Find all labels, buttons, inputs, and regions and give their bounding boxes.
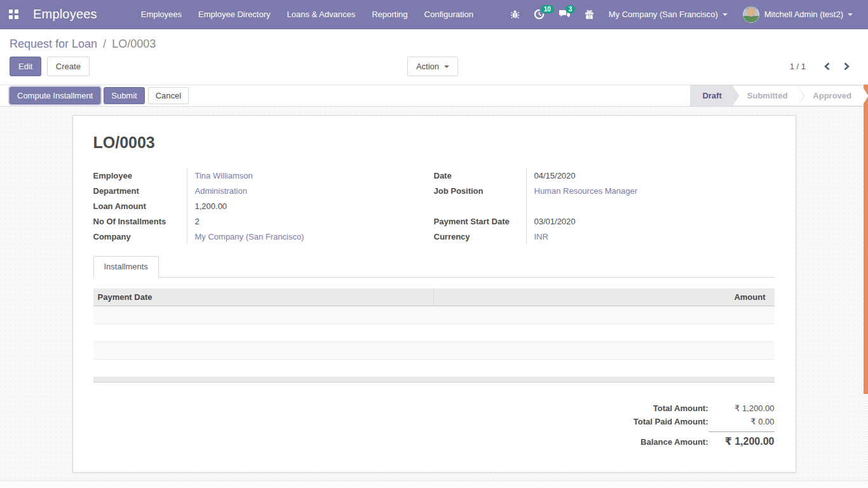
field-row-payment-start-date: Payment Start Date 03/01/2020 — [434, 214, 775, 229]
rewards-button[interactable] — [578, 0, 601, 29]
action-label: Action — [416, 62, 439, 71]
field-label: Currency — [434, 229, 527, 244]
user-menu[interactable]: Mitchell Admin (test2) — [735, 0, 860, 29]
field-group-left: Employee Tina Williamson Department Admi… — [93, 168, 434, 244]
table-row — [93, 360, 775, 377]
status-steps: Draft Submitted Approved — [690, 85, 862, 106]
field-row-date: Date 04/15/2020 — [434, 168, 775, 183]
edit-button[interactable]: Edit — [10, 57, 41, 76]
field-label: Payment Start Date — [434, 214, 527, 229]
field-label: Company — [93, 229, 187, 244]
form-sheet: LO/0003 Employee Tina Williamson Departm… — [72, 115, 796, 473]
field-value-job-position[interactable]: Human Resources Manager — [527, 183, 638, 198]
create-button[interactable]: Create — [47, 57, 90, 76]
total-paid-amount-row: Total Paid Amount: ₹ 0.00 — [634, 415, 775, 428]
field-label: Employee — [93, 168, 187, 183]
nav-item-employees[interactable]: Employees — [133, 0, 190, 29]
field-label: Department — [93, 183, 187, 198]
field-row-department: Department Administration — [93, 183, 434, 198]
navbar-right: 10 3 My Company (San Francisco) — [503, 0, 860, 29]
chevron-down-icon — [444, 65, 449, 68]
bug-icon — [510, 10, 520, 19]
content-area: LO/0003 Employee Tina Williamson Departm… — [0, 107, 868, 480]
field-label: Date — [434, 168, 527, 183]
field-row-empty — [434, 198, 775, 214]
button-row: Edit Create Action 1 / 1 — [10, 57, 858, 76]
avatar — [743, 6, 759, 23]
installments-list: Payment Date Amount — [93, 288, 775, 383]
status-step-submitted[interactable]: Submitted — [732, 85, 798, 106]
field-label: Job Position — [434, 183, 527, 198]
bottom-strip — [0, 480, 868, 488]
balance-amount-value: ₹ 1,200.00 — [709, 431, 775, 447]
pager-prev-button[interactable] — [817, 57, 837, 76]
table-row — [93, 324, 775, 342]
totals-section: Total Amount: ₹ 1,200.00 Total Paid Amou… — [93, 402, 775, 449]
company-switcher[interactable]: My Company (San Francisco) — [601, 0, 735, 29]
col-header-payment-date[interactable]: Payment Date — [93, 288, 434, 306]
field-row-installments-count: No Of Installments 2 — [93, 214, 434, 229]
field-row-job-position: Job Position Human Resources Manager — [434, 183, 775, 198]
field-row-loan-amount: Loan Amount 1,200.00 — [93, 198, 434, 214]
field-value-installments-count: 2 — [187, 214, 200, 229]
total-paid-amount-label: Total Paid Amount: — [634, 417, 709, 426]
field-value-payment-start-date: 03/01/2020 — [527, 214, 576, 229]
total-paid-amount-value: ₹ 0.00 — [709, 417, 775, 426]
installments-table: Payment Date Amount — [93, 288, 775, 383]
action-dropdown[interactable]: Action — [407, 57, 458, 76]
submit-button[interactable]: Submit — [104, 87, 144, 104]
control-panel: Request for Loan / LO/0003 Edit Create A… — [0, 29, 868, 85]
field-label: No Of Installments — [93, 214, 187, 229]
breadcrumb-current: LO/0003 — [112, 37, 156, 50]
breadcrumb-parent-link[interactable]: Request for Loan — [10, 37, 97, 50]
field-value-currency[interactable]: INR — [527, 229, 548, 244]
breadcrumb: Request for Loan / LO/0003 — [10, 29, 858, 51]
breadcrumb-separator: / — [100, 37, 109, 50]
pager-next-button[interactable] — [837, 57, 857, 76]
statusbar: Compute Installment Submit Cancel Draft … — [0, 85, 868, 107]
nav-item-employee-directory[interactable]: Employee Directory — [190, 0, 278, 29]
field-value-loan-amount: 1,200.00 — [187, 198, 227, 214]
activities-button[interactable]: 10 — [527, 0, 552, 29]
field-groups: Employee Tina Williamson Department Admi… — [93, 168, 775, 244]
col-header-amount[interactable]: Amount — [434, 288, 775, 306]
total-amount-row: Total Amount: ₹ 1,200.00 — [653, 402, 775, 415]
table-row — [93, 342, 775, 360]
chevron-down-icon — [848, 13, 853, 16]
pager-count: 1 / 1 — [790, 62, 806, 71]
field-value-department[interactable]: Administration — [187, 183, 247, 198]
table-row — [93, 306, 775, 324]
app-title: Employees — [33, 7, 97, 22]
field-value-company[interactable]: My Company (San Francisco) — [187, 229, 304, 244]
apps-grid-icon — [9, 10, 18, 19]
field-value-empty — [527, 198, 534, 214]
status-step-draft[interactable]: Draft — [690, 85, 731, 106]
chevron-right-icon — [844, 62, 850, 71]
notebook: Installments Payment Date Amount — [93, 256, 775, 449]
record-title: LO/0003 — [93, 133, 775, 152]
table-footer — [93, 377, 775, 383]
nav-item-reporting[interactable]: Reporting — [363, 0, 416, 29]
nav-item-loans-advances[interactable]: Loans & Advances — [279, 0, 364, 29]
pager: 1 / 1 — [790, 57, 857, 76]
field-label — [434, 198, 527, 214]
cancel-button[interactable]: Cancel — [148, 87, 189, 104]
field-value-date: 04/15/2020 — [527, 168, 576, 183]
field-row-currency: Currency INR — [434, 229, 775, 244]
chevron-down-icon — [722, 13, 728, 16]
apps-menu-button[interactable] — [0, 0, 27, 29]
nav-item-configuration[interactable]: Configuration — [416, 0, 482, 29]
tab-bar: Installments — [93, 256, 775, 278]
balance-amount-label: Balance Amount: — [641, 437, 708, 447]
debug-button[interactable] — [503, 0, 527, 29]
tab-installments[interactable]: Installments — [93, 256, 159, 278]
user-name: Mitchell Admin (test2) — [764, 10, 843, 19]
field-row-employee: Employee Tina Williamson — [93, 168, 434, 183]
scrollbar-thumb[interactable] — [864, 85, 868, 394]
field-value-employee[interactable]: Tina Williamson — [187, 168, 253, 183]
compute-installment-button[interactable]: Compute Installment — [10, 87, 100, 104]
messages-button[interactable]: 3 — [552, 0, 578, 29]
field-group-right: Date 04/15/2020 Job Position Human Resou… — [434, 168, 775, 244]
status-step-approved[interactable]: Approved — [797, 85, 862, 106]
field-row-company: Company My Company (San Francisco) — [93, 229, 434, 244]
